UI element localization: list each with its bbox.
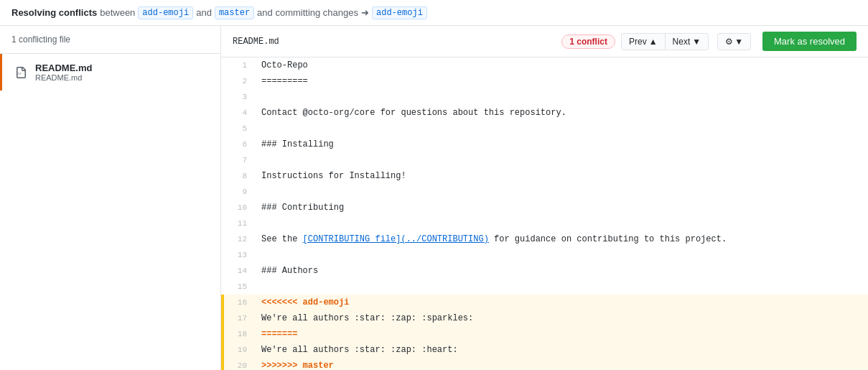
file-header-name: README.md xyxy=(233,37,556,47)
line-content: ### Authors xyxy=(256,263,868,279)
line-row: 5 xyxy=(221,121,868,137)
prev-chevron-icon: ▲ xyxy=(649,37,658,47)
prev-button[interactable]: Prev ▲ xyxy=(621,33,666,50)
line-content: <<<<<<< add-emoji xyxy=(256,295,868,310)
line-row: 9 xyxy=(221,184,868,200)
line-number: 17 xyxy=(224,310,256,326)
line-row: 10### Contributing xyxy=(221,200,868,216)
top-bar: Resolving conflicts between add-emoji an… xyxy=(0,0,868,26)
file-info: README.md README.md xyxy=(35,63,92,82)
line-number: 13 xyxy=(224,247,256,263)
line-content: Instructions for Installing! xyxy=(256,168,868,184)
line-content: We're all authors :star: :zap: :sparkles… xyxy=(256,310,868,326)
branch2-badge[interactable]: master xyxy=(215,6,254,19)
branch3-badge[interactable]: add-emoji xyxy=(372,6,427,19)
line-content: ======= xyxy=(256,326,868,342)
line-row: 6### Installing xyxy=(221,137,868,152)
line-number: 18 xyxy=(224,326,256,342)
line-row: 18======= xyxy=(221,326,868,342)
arrow-icon: ➜ xyxy=(361,7,369,18)
line-content: See the [CONTRIBUTING file](../CONTRIBUT… xyxy=(256,231,868,247)
line-content: Octo-Repo xyxy=(256,57,868,73)
branch1-badge[interactable]: add-emoji xyxy=(138,6,193,19)
sidebar: 1 conflicting file <> README.md README.m… xyxy=(0,26,221,370)
line-row: 13 xyxy=(221,247,868,263)
next-chevron-icon: ▼ xyxy=(692,37,701,47)
line-number: 3 xyxy=(224,89,256,105)
line-number: 19 xyxy=(224,342,256,358)
line-row: 14### Authors xyxy=(221,263,868,279)
gear-button[interactable]: ⚙ ▼ xyxy=(717,33,751,50)
line-row: 12See the [CONTRIBUTING file](../CONTRIB… xyxy=(221,231,868,247)
between-label: between xyxy=(100,7,135,18)
line-row: 1Octo-Repo xyxy=(221,57,868,73)
line-row: 19We're all authors :star: :zap: :heart: xyxy=(221,342,868,358)
line-row: 2========= xyxy=(221,73,868,89)
line-content: ### Installing xyxy=(256,137,868,152)
line-content xyxy=(256,216,868,231)
line-number: 10 xyxy=(224,200,256,216)
line-number: 16 xyxy=(224,295,256,310)
prev-label: Prev xyxy=(629,37,647,47)
line-number: 8 xyxy=(224,168,256,184)
next-label: Next xyxy=(673,37,691,47)
and1-label: and xyxy=(196,7,212,18)
line-content xyxy=(256,247,868,263)
line-number: 5 xyxy=(224,121,256,137)
line-row: 16<<<<<<< add-emoji xyxy=(221,295,868,310)
code-area: 1Octo-Repo2=========34Contact @octo-org/… xyxy=(221,57,868,370)
line-row: 3 xyxy=(221,89,868,105)
line-content: We're all authors :star: :zap: :heart: xyxy=(256,342,868,358)
line-content: Contact @octo-org/core for questions abo… xyxy=(256,105,868,121)
line-content: ========= xyxy=(256,73,868,89)
line-row: 20>>>>>>> master xyxy=(221,358,868,370)
line-content: >>>>>>> master xyxy=(256,358,868,370)
line-row: 8Instructions for Installing! xyxy=(221,168,868,184)
content-area: README.md 1 conflict Prev ▲ Next ▼ ⚙ ▼ M… xyxy=(221,26,868,370)
line-number: 12 xyxy=(224,231,256,247)
line-number: 6 xyxy=(224,137,256,152)
contributing-link[interactable]: [CONTRIBUTING file](../CONTRIBUTING) xyxy=(303,234,489,244)
line-content xyxy=(256,184,868,200)
and2-label: and committing changes xyxy=(257,7,358,18)
file-icon: <> xyxy=(14,65,28,80)
sidebar-header: 1 conflicting file xyxy=(0,26,220,54)
line-content xyxy=(256,152,868,168)
line-number: 4 xyxy=(224,105,256,121)
line-content xyxy=(256,121,868,137)
resolving-label: Resolving conflicts xyxy=(11,7,97,18)
sidebar-file-item[interactable]: <> README.md README.md xyxy=(0,54,220,91)
line-number: 20 xyxy=(224,358,256,370)
file-name-secondary: README.md xyxy=(35,73,92,82)
conflict-badge: 1 conflict xyxy=(561,34,615,49)
line-number: 2 xyxy=(224,73,256,89)
line-content: ### Contributing xyxy=(256,200,868,216)
line-content xyxy=(256,89,868,105)
line-row: 7 xyxy=(221,152,868,168)
line-number: 9 xyxy=(224,184,256,200)
svg-text:<>: <> xyxy=(17,71,22,75)
main-layout: 1 conflicting file <> README.md README.m… xyxy=(0,26,868,370)
nav-buttons: Prev ▲ Next ▼ xyxy=(621,33,709,50)
line-row: 11 xyxy=(221,216,868,231)
line-row: 15 xyxy=(221,279,868,295)
line-content xyxy=(256,279,868,295)
file-header: README.md 1 conflict Prev ▲ Next ▼ ⚙ ▼ M… xyxy=(221,26,868,57)
gear-chevron-icon: ▼ xyxy=(734,37,743,47)
mark-resolved-button[interactable]: Mark as resolved xyxy=(762,32,857,51)
next-button[interactable]: Next ▼ xyxy=(666,33,709,50)
gear-icon: ⚙ xyxy=(725,37,733,47)
file-name-primary: README.md xyxy=(35,63,92,73)
line-number: 14 xyxy=(224,263,256,279)
line-row: 4Contact @octo-org/core for questions ab… xyxy=(221,105,868,121)
line-row: 17We're all authors :star: :zap: :sparkl… xyxy=(221,310,868,326)
line-number: 15 xyxy=(224,279,256,295)
line-number: 11 xyxy=(224,216,256,231)
line-number: 1 xyxy=(224,57,256,73)
line-number: 7 xyxy=(224,152,256,168)
